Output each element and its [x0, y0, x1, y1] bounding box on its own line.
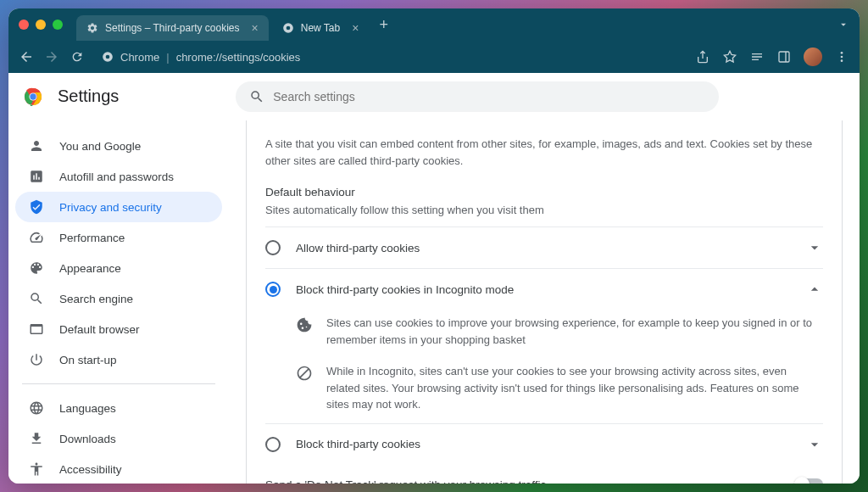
sidebar-item-label: Default browser [59, 323, 140, 336]
close-window-button[interactable] [19, 20, 29, 30]
section-subtitle: Sites automatically follow this setting … [265, 204, 823, 216]
close-tab-icon[interactable]: × [252, 21, 259, 35]
sidebar-item-search-engine[interactable]: Search engine [15, 283, 222, 314]
traffic-lights [19, 20, 63, 30]
autofill-icon [29, 169, 44, 184]
chrome-icon [282, 22, 294, 34]
sidebar: You and Google Autofill and passwords Pr… [8, 120, 229, 484]
svg-point-11 [30, 93, 36, 99]
forward-button[interactable] [44, 49, 59, 64]
sidebar-item-label: Appearance [59, 262, 121, 275]
shield-icon [29, 199, 44, 215]
sidebar-item-privacy[interactable]: Privacy and security [15, 192, 222, 222]
back-button[interactable] [19, 49, 34, 64]
radio-label: Block third-party cookies in Incognito m… [296, 283, 791, 296]
sidebar-item-appearance[interactable]: Appearance [15, 253, 222, 283]
sidebar-item-label: On start-up [59, 354, 117, 366]
chevron-down-icon[interactable] [806, 436, 823, 453]
user-icon [29, 138, 44, 154]
speed-icon [29, 230, 44, 245]
download-icon [29, 431, 44, 446]
address-url: chrome://settings/cookies [176, 51, 301, 64]
sidebar-item-you-and-google[interactable]: You and Google [15, 131, 222, 161]
svg-point-1 [286, 26, 290, 31]
sidebar-item-label: Autofill and passwords [59, 171, 174, 183]
settings-card: A site that you visit can embed content … [246, 120, 843, 484]
tab-active[interactable]: Settings – Third-party cookies × [76, 15, 269, 41]
dnt-row: Send a 'Do Not Track' request with your … [265, 465, 823, 484]
globe-icon [29, 400, 44, 416]
browser-window: Settings – Third-party cookies × New Tab… [8, 8, 860, 484]
window-menu-icon[interactable] [837, 19, 849, 31]
power-icon [29, 352, 44, 367]
option-block-all[interactable]: Block third-party cookies [265, 423, 823, 465]
share-icon[interactable] [695, 49, 710, 64]
profile-avatar[interactable] [804, 48, 822, 66]
detail-text: Sites can use cookies to improve your br… [326, 315, 823, 348]
new-tab-button[interactable]: + [379, 16, 388, 34]
chevron-down-icon[interactable] [806, 239, 823, 256]
titlebar: Settings – Third-party cookies × New Tab… [8, 8, 860, 41]
svg-point-8 [841, 59, 843, 62]
option-block-incognito[interactable]: Block third-party cookies in Incognito m… [265, 268, 823, 310]
option-allow-third-party[interactable]: Allow third-party cookies [265, 226, 823, 268]
search-icon [29, 291, 44, 306]
maximize-window-button[interactable] [53, 20, 63, 30]
page-title: Settings [58, 87, 119, 106]
close-tab-icon[interactable]: × [352, 21, 359, 35]
content: You and Google Autofill and passwords Pr… [8, 120, 860, 484]
description-text: A site that you visit can embed content … [265, 136, 823, 169]
detail-text: While in Incognito, sites can't use your… [326, 363, 823, 413]
radio-button[interactable] [265, 282, 281, 297]
chrome-logo-icon [24, 87, 42, 106]
gear-icon [86, 22, 98, 34]
chevron-up-icon[interactable] [806, 281, 823, 298]
radio-label: Block third-party cookies [296, 438, 791, 450]
radio-button[interactable] [265, 437, 281, 452]
search-input[interactable] [273, 90, 705, 103]
dnt-label: Send a 'Do Not Track' request with your … [265, 478, 781, 484]
browser-icon [29, 321, 44, 337]
sidebar-item-default-browser[interactable]: Default browser [15, 314, 222, 344]
reading-list-icon[interactable] [749, 49, 765, 64]
sidebar-item-accessibility[interactable]: Accessibility [15, 454, 222, 484]
palette-icon [29, 260, 44, 276]
chrome-icon [102, 51, 114, 63]
address-bar[interactable]: Chrome | chrome://settings/cookies [95, 48, 685, 67]
settings-header: Settings [8, 73, 860, 120]
svg-point-3 [106, 55, 110, 59]
bookmark-icon[interactable] [722, 49, 737, 64]
minimize-window-button[interactable] [36, 20, 46, 30]
address-prefix: Chrome [120, 51, 159, 64]
divider [22, 383, 215, 384]
address-separator: | [166, 51, 169, 64]
search-settings-bar[interactable] [236, 81, 719, 112]
sidebar-item-on-startup[interactable]: On start-up [15, 344, 222, 375]
main-content: A site that you visit can embed content … [229, 120, 860, 484]
sidebar-item-label: Search engine [59, 293, 133, 305]
search-icon [249, 89, 264, 104]
sidebar-item-performance[interactable]: Performance [15, 222, 222, 253]
sidebar-item-autofill[interactable]: Autofill and passwords [15, 161, 222, 192]
detail-cookie: Sites can use cookies to improve your br… [265, 310, 823, 358]
section-title: Default behaviour [265, 186, 823, 198]
sidebar-item-languages[interactable]: Languages [15, 393, 222, 423]
kebab-menu-icon[interactable] [834, 49, 849, 64]
sidebar-item-label: Accessibility [59, 463, 122, 476]
tab-inactive[interactable]: New Tab × [272, 15, 370, 41]
panel-icon[interactable] [776, 49, 792, 64]
dnt-toggle[interactable] [796, 478, 823, 484]
svg-point-6 [841, 52, 843, 54]
sidebar-item-downloads[interactable]: Downloads [15, 423, 222, 454]
radio-button[interactable] [265, 240, 281, 255]
sidebar-item-label: Languages [59, 402, 116, 415]
block-icon [296, 365, 313, 382]
sidebar-item-label: Privacy and security [59, 201, 162, 214]
svg-point-7 [841, 56, 843, 59]
sidebar-item-label: You and Google [59, 140, 141, 153]
toolbar: Chrome | chrome://settings/cookies [8, 41, 860, 73]
sidebar-item-label: Downloads [59, 433, 116, 445]
reload-button[interactable] [70, 49, 85, 64]
sidebar-item-label: Performance [59, 232, 125, 244]
cookie-icon [296, 316, 313, 333]
